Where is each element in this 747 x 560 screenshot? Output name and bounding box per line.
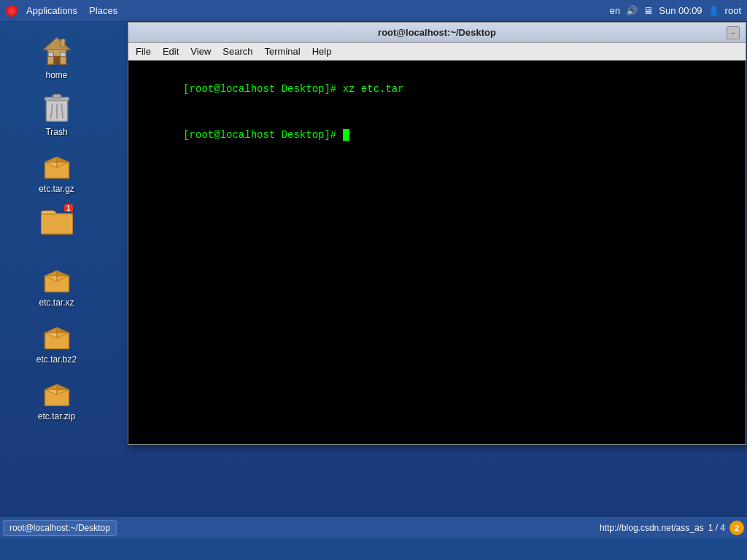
- terminal-title: root@localhost:~/Desktop: [378, 27, 496, 38]
- clock: Sun 00:09: [659, 5, 702, 16]
- desktop-icon-etctarzip[interactable]: etc.tar.zip: [6, 370, 108, 426]
- desktop-icon-etctarxz[interactable]: etc.tar.xz: [6, 257, 108, 312]
- username: root: [725, 5, 741, 16]
- taskbar-url: http://blog.csdn.net/ass_as: [600, 523, 704, 533]
- terminal-menubar: File Edit View Search Terminal Help: [128, 43, 746, 61]
- svg-rect-4: [48, 52, 53, 57]
- user-icon: 👤: [708, 6, 719, 16]
- svg-rect-5: [60, 52, 65, 57]
- desktop: home Trash: [0, 22, 747, 538]
- etctargz-icon: [39, 147, 74, 182]
- menu-help[interactable]: Help: [308, 44, 336, 58]
- svg-marker-20: [57, 271, 69, 276]
- trash-icon: [39, 90, 74, 125]
- menu-terminal[interactable]: Terminal: [260, 44, 305, 58]
- svg-marker-25: [57, 327, 69, 332]
- svg-marker-24: [44, 327, 57, 332]
- desktop-icons: home Trash: [0, 22, 113, 538]
- svg-marker-29: [44, 384, 57, 389]
- etctarzip-icon: [39, 375, 74, 410]
- menu-search[interactable]: Search: [218, 44, 257, 58]
- etctarxz-icon: [39, 261, 74, 296]
- etctarbz2-label: etc.tar.bz2: [36, 354, 77, 365]
- etctarbz2-icon: [39, 318, 74, 353]
- terminal-prompt-2: [root@localhost Desktop]#: [183, 129, 342, 141]
- terminal-line-1: [root@localhost Desktop]# xz etc.tar: [134, 66, 740, 112]
- desktop-icon-home[interactable]: home: [6, 29, 108, 85]
- etctargz-label: etc.tar.gz: [39, 184, 74, 194]
- applications-menu[interactable]: Applications: [22, 4, 82, 18]
- redhat-logo-icon: [6, 5, 18, 17]
- desktop-icon-folder[interactable]: 1 1: [6, 200, 108, 255]
- menu-edit[interactable]: Edit: [158, 44, 183, 58]
- etctarzip-label: etc.tar.zip: [38, 411, 75, 421]
- folder-badge: 1: [64, 204, 73, 212]
- svg-rect-17: [41, 214, 73, 234]
- svg-marker-19: [44, 271, 57, 276]
- svg-marker-13: [44, 157, 57, 162]
- display-icon[interactable]: 🖥: [643, 5, 653, 16]
- desktop-icon-etctargz[interactable]: etc.tar.gz: [6, 143, 108, 198]
- taskbar-right: http://blog.csdn.net/ass_as 1 / 4 2: [600, 521, 744, 535]
- terminal-close-button[interactable]: −: [727, 26, 740, 39]
- bottom-taskbar: root@localhost:~/Desktop http://blog.csd…: [0, 516, 747, 538]
- panel-right: en 🔊 🖥 Sun 00:09 👤 root: [610, 5, 741, 16]
- lang-indicator: en: [610, 5, 620, 16]
- etctarxz-label: etc.tar.xz: [39, 298, 74, 308]
- terminal-prompt-1: [root@localhost Desktop]# xz etc.tar: [183, 83, 403, 95]
- desktop-icon-trash[interactable]: Trash: [6, 86, 108, 141]
- top-panel: Applications Places en 🔊 🖥 Sun 00:09 👤 r…: [0, 0, 747, 22]
- home-icon: [39, 34, 74, 69]
- svg-rect-3: [61, 39, 65, 47]
- svg-marker-1: [43, 38, 70, 50]
- menu-file[interactable]: File: [131, 44, 155, 58]
- places-menu[interactable]: Places: [85, 4, 122, 18]
- desktop-icon-etctarbz2[interactable]: etc.tar.bz2: [6, 314, 108, 369]
- terminal-window: root@localhost:~/Desktop − File Edit Vie…: [128, 22, 746, 445]
- page-badge: 2: [729, 521, 744, 535]
- taskbar-page-info: 1 / 4: [708, 523, 725, 533]
- trash-label: Trash: [45, 127, 67, 137]
- taskbar-terminal-label: root@localhost:~/Desktop: [9, 523, 110, 533]
- svg-rect-8: [53, 95, 61, 98]
- terminal-cursor: [343, 129, 349, 141]
- volume-icon[interactable]: 🔊: [626, 5, 638, 16]
- menu-view[interactable]: View: [186, 44, 215, 58]
- home-label: home: [45, 70, 67, 80]
- svg-rect-2: [53, 56, 60, 64]
- terminal-line-2: [root@localhost Desktop]#: [134, 112, 740, 158]
- svg-marker-14: [57, 157, 69, 162]
- terminal-titlebar: root@localhost:~/Desktop −: [128, 23, 746, 43]
- terminal-body[interactable]: [root@localhost Desktop]# xz etc.tar [ro…: [128, 61, 746, 444]
- folder-icon: 1: [39, 204, 74, 239]
- taskbar-terminal-item[interactable]: root@localhost:~/Desktop: [3, 520, 117, 536]
- svg-marker-30: [57, 384, 69, 389]
